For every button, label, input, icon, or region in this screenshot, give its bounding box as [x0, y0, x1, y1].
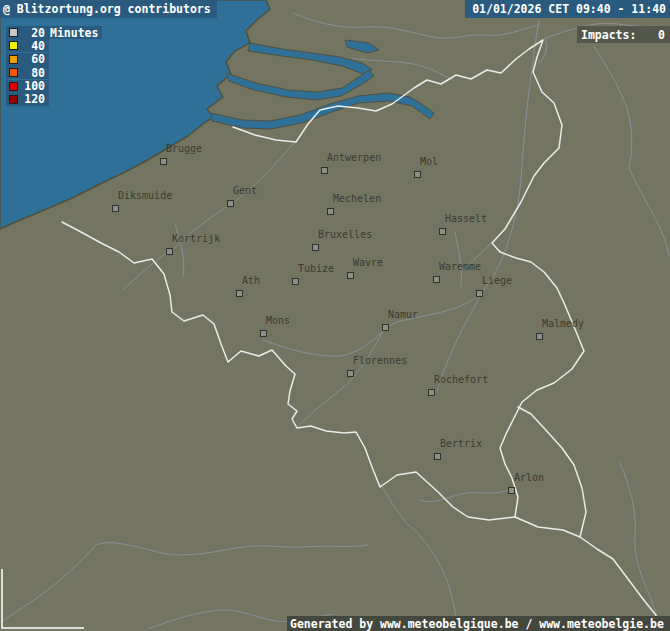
city-label: Liege — [482, 276, 512, 286]
city-label: Namur — [388, 310, 418, 320]
city-label: Waremme — [439, 262, 481, 272]
city-label: Hasselt — [445, 214, 487, 224]
city-label: Gent — [233, 186, 257, 196]
river-ardennes — [380, 484, 457, 623]
city-marker — [433, 276, 440, 283]
city-label: Bruxelles — [318, 230, 372, 240]
city-marker — [414, 171, 421, 178]
city-marker — [428, 389, 435, 396]
legend-row: 80 — [6, 66, 49, 79]
legend-row: 40 — [6, 39, 49, 52]
city-marker — [312, 244, 319, 251]
river-sambre — [263, 331, 383, 356]
river-meuse — [296, 20, 539, 428]
city-label: Florennes — [353, 356, 407, 366]
city-marker — [292, 278, 299, 285]
legend-row: 100 — [6, 80, 49, 93]
city-label: Arlon — [514, 473, 544, 483]
legend-color-swatch — [9, 55, 18, 64]
province-line-limburg — [455, 232, 462, 287]
city-marker — [434, 453, 441, 460]
city-marker — [321, 167, 328, 174]
legend-unit-label: Minutes — [50, 26, 98, 40]
city-marker — [236, 290, 243, 297]
impacts-counter: Impacts: 0 — [577, 26, 670, 43]
legend-row: 60 — [6, 53, 49, 66]
legend-color-swatch — [9, 95, 18, 104]
legend-color-swatch — [9, 82, 18, 91]
city-marker — [476, 290, 483, 297]
frame-corner-mark — [2, 569, 84, 628]
attribution-label: @ Blitzortung.org contributors — [0, 0, 217, 18]
city-marker — [227, 200, 234, 207]
lightning-map-app: BruggeDiksmuideGentKortrijkAntwerpenMolM… — [0, 0, 670, 631]
city-label: Diksmuide — [118, 191, 172, 201]
city-marker — [327, 208, 334, 215]
city-label: Brugge — [166, 144, 202, 154]
border-france-germany — [580, 537, 663, 627]
legend-color-swatch — [9, 41, 18, 50]
legend-color-swatch — [9, 28, 18, 37]
river-france-north — [0, 543, 368, 622]
city-label: Mons — [266, 316, 290, 326]
legend-minutes-value: 80 — [18, 66, 45, 80]
legend-minutes-value: 120 — [18, 92, 45, 106]
legend-color-swatch — [9, 68, 18, 77]
delta-channel-oosterschelde — [226, 70, 374, 100]
city-label: Bertrix — [440, 439, 482, 449]
city-label: Wavre — [353, 258, 383, 268]
legend-minutes-value: 40 — [18, 39, 45, 53]
legend-minutes-value: 60 — [18, 52, 45, 66]
city-label: Tubize — [298, 264, 334, 274]
river-semois — [420, 489, 512, 502]
impacts-value: 0 — [658, 28, 665, 42]
legend-row: 20Minutes — [6, 26, 102, 39]
city-marker — [260, 330, 267, 337]
river-rhine — [594, 46, 669, 256]
footer-credit: Generated by www.meteobelgique.be / www.… — [287, 616, 670, 631]
city-label: Malmedy — [542, 319, 584, 329]
legend-minutes-value: 100 — [18, 79, 45, 93]
border-netherlands-germany — [233, 40, 584, 517]
datetime-label: 01/01/2026 CET 09:40 - 11:40 — [465, 0, 670, 18]
city-label: Antwerpen — [327, 153, 381, 163]
city-marker — [112, 205, 119, 212]
city-label: Ath — [242, 276, 260, 286]
city-marker — [160, 158, 167, 165]
delta-channel-small — [345, 40, 379, 53]
legend-row: 120 — [6, 93, 49, 106]
city-label: Kortrijk — [172, 234, 220, 244]
city-label: Rochefort — [434, 375, 488, 385]
city-label: Mol — [420, 157, 438, 167]
city-marker — [166, 248, 173, 255]
city-marker — [347, 272, 354, 279]
city-marker — [439, 228, 446, 235]
impacts-label: Impacts: — [581, 28, 636, 42]
legend: 20Minutes406080100120 — [6, 26, 102, 106]
city-marker — [508, 487, 515, 494]
river-germany-south — [620, 462, 659, 629]
city-marker — [382, 324, 389, 331]
legend-minutes-value: 20 — [18, 26, 45, 40]
city-marker — [347, 370, 354, 377]
city-label: Mechelen — [333, 194, 381, 204]
river-scheldt-upstream — [175, 224, 184, 276]
city-marker — [536, 333, 543, 340]
